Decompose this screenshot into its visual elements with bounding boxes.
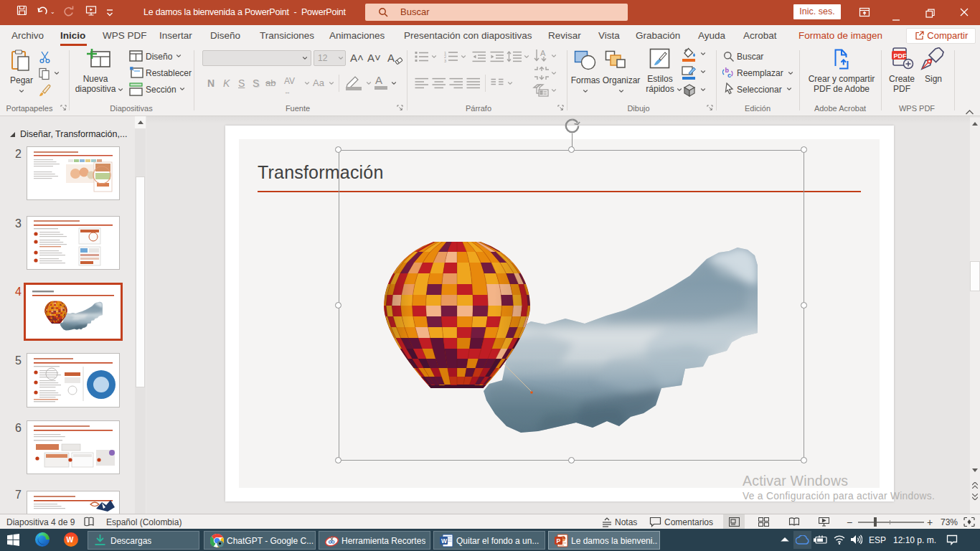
- svg-text:c: c: [727, 72, 731, 79]
- svg-text:A: A: [540, 49, 546, 57]
- svg-text:P: P: [557, 537, 561, 545]
- svg-text:3: 3: [444, 59, 446, 63]
- svg-text:PDF: PDF: [894, 52, 908, 60]
- svg-text:W: W: [441, 537, 448, 545]
- svg-text:A: A: [375, 74, 382, 86]
- svg-text:W: W: [66, 535, 73, 544]
